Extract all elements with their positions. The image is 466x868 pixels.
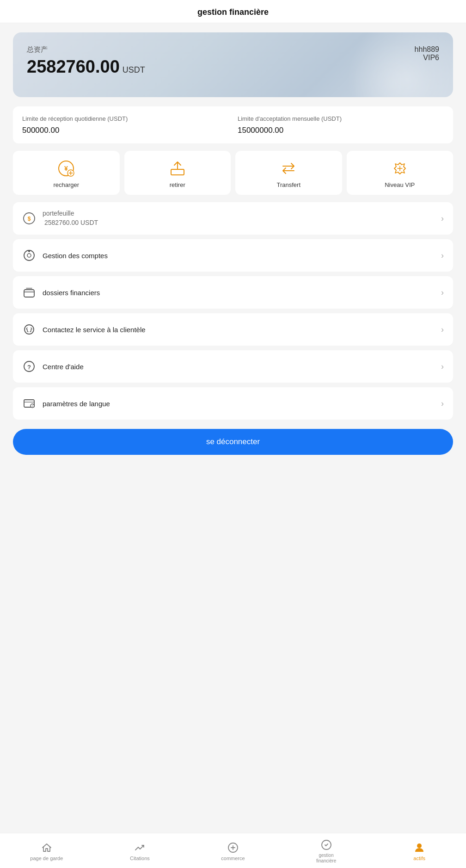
retirer-icon	[168, 159, 187, 178]
service-label: Contactez le service à la clientèle	[43, 326, 146, 334]
aide-icon: ?	[22, 360, 36, 373]
monthly-limit-value: 15000000.00	[238, 126, 444, 135]
svg-point-8	[28, 250, 30, 252]
app-header: gestion financière	[0, 0, 466, 23]
comptes-label: Gestion des comptes	[43, 252, 108, 260]
nav-item-actifs[interactable]: actifs	[373, 842, 466, 861]
asset-card: 总资产 2582760.00 USDT hhh889 VIP6	[13, 32, 453, 97]
nav-item-commerce[interactable]: commerce	[186, 842, 280, 861]
recharger-label: recharger	[53, 181, 79, 188]
langue-label: paramètres de langue	[43, 400, 110, 408]
logout-section: se déconnecter	[13, 429, 453, 455]
menu-item-left: ? Centre d'aide	[22, 360, 84, 373]
asset-user-info: hhh889 VIP6	[415, 45, 439, 62]
transfert-button[interactable]: Transfert	[235, 151, 342, 195]
wallet-item[interactable]: $ portefeuille 2582760.00USDT ›	[13, 202, 453, 235]
svg-text:¥: ¥	[64, 165, 68, 172]
nav-item-citations[interactable]: Citations	[93, 842, 187, 861]
daily-limit-item: Limite de réception quotidienne (USDT) 5…	[22, 115, 228, 135]
gestion-icon	[320, 839, 332, 851]
vip-icon	[391, 159, 409, 178]
retirer-button[interactable]: retirer	[124, 151, 231, 195]
langue-icon: 人	[22, 397, 36, 410]
comptes-chevron: ›	[441, 251, 444, 260]
nav-label-actifs: actifs	[413, 856, 425, 861]
nav-label-commerce: commerce	[221, 856, 245, 861]
nav-label-gestion: gestion financière	[310, 853, 343, 864]
wallet-name: portefeuille	[43, 210, 98, 217]
retirer-label: retirer	[170, 181, 185, 188]
transfert-icon	[279, 159, 298, 178]
service-icon	[22, 322, 36, 336]
asset-username: hhh889	[415, 45, 439, 54]
nav-item-gestion[interactable]: gestion financière	[280, 839, 373, 864]
daily-limit-value: 500000.00	[22, 126, 228, 135]
monthly-limit-item: Limite d'acceptation mensuelle (USDT) 15…	[238, 115, 444, 135]
menu-item-left: dossiers financiers	[22, 285, 100, 299]
menu-item-left: Gestion des comptes	[22, 248, 108, 262]
financiers-label: dossiers financiers	[43, 289, 100, 297]
asset-label: 总资产	[27, 45, 439, 54]
asset-currency: USDT	[123, 65, 145, 75]
nav-item-home[interactable]: page de garde	[0, 842, 93, 861]
bottom-nav: page de garde Citations commerce gestion	[0, 833, 466, 868]
svg-rect-9	[24, 290, 34, 297]
main-content: 总资产 2582760.00 USDT hhh889 VIP6 Limite d…	[0, 23, 466, 868]
nav-label-home: page de garde	[30, 856, 63, 861]
logout-button[interactable]: se déconnecter	[13, 429, 453, 455]
daily-limit-label: Limite de réception quotidienne (USDT)	[22, 115, 228, 123]
menu-item-comptes[interactable]: Gestion des comptes ›	[13, 239, 453, 272]
wallet-info: portefeuille 2582760.00USDT	[43, 210, 98, 227]
menu-item-left: Contactez le service à la clientèle	[22, 322, 146, 336]
nav-label-citations: Citations	[130, 856, 150, 861]
home-icon	[41, 842, 53, 854]
vip-label: Niveau VIP	[385, 181, 415, 188]
wallet-icon: $	[22, 211, 36, 225]
transfert-label: Transfert	[276, 181, 300, 188]
menu-item-aide[interactable]: ? Centre d'aide ›	[13, 350, 453, 383]
aide-label: Centre d'aide	[43, 363, 84, 371]
recharger-button[interactable]: ¥ recharger	[13, 151, 120, 195]
commerce-icon	[227, 842, 239, 854]
citations-icon	[134, 842, 146, 854]
svg-point-17	[417, 843, 422, 848]
wallet-chevron: ›	[441, 214, 444, 223]
service-chevron: ›	[441, 325, 444, 335]
wallet-left: $ portefeuille 2582760.00USDT	[22, 210, 98, 227]
asset-amount: 2582760.00	[27, 57, 120, 77]
aide-chevron: ›	[441, 362, 444, 372]
svg-text:人: 人	[31, 405, 34, 408]
svg-text:?: ?	[27, 364, 31, 371]
limits-row: Limite de réception quotidienne (USDT) 5…	[22, 115, 444, 135]
wallet-amount: 2582760.00USDT	[43, 217, 98, 227]
svg-point-7	[27, 254, 31, 257]
svg-text:$: $	[28, 216, 31, 222]
comptes-icon	[22, 248, 36, 262]
actifs-icon	[413, 842, 425, 854]
menu-item-langue[interactable]: 人 paramètres de langue ›	[13, 387, 453, 420]
actions-section: ¥ recharger retirer	[13, 151, 453, 195]
monthly-limit-label: Limite d'acceptation mensuelle (USDT)	[238, 115, 444, 123]
recharger-icon: ¥	[57, 159, 75, 178]
financiers-chevron: ›	[441, 288, 444, 298]
langue-chevron: ›	[441, 399, 444, 409]
limits-section: Limite de réception quotidienne (USDT) 5…	[13, 106, 453, 143]
page-title: gestion financière	[197, 7, 269, 17]
menu-section: Gestion des comptes › dossiers financier…	[13, 239, 453, 420]
vip-button[interactable]: Niveau VIP	[347, 151, 454, 195]
financiers-icon	[22, 285, 36, 299]
menu-item-left: 人 paramètres de langue	[22, 397, 110, 410]
svg-rect-3	[171, 169, 184, 175]
menu-item-financiers[interactable]: dossiers financiers ›	[13, 276, 453, 309]
menu-item-service[interactable]: Contactez le service à la clientèle ›	[13, 313, 453, 346]
asset-vip-level: VIP6	[415, 54, 439, 62]
